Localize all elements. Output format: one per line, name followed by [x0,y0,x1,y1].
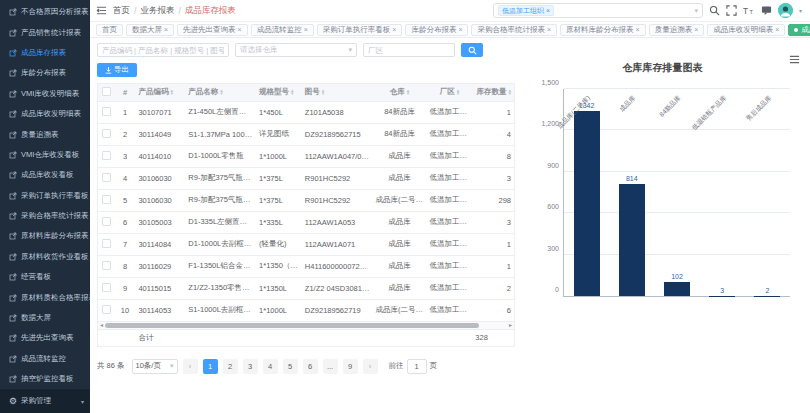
sidebar-item[interactable]: 不合格原因分析报表 [0,2,90,22]
page-number-button[interactable]: 5 [283,359,298,374]
row-checkbox[interactable] [102,173,111,182]
row-checkbox[interactable] [102,283,111,292]
user-avatar[interactable] [778,3,793,18]
select-all-checkbox[interactable] [102,87,111,96]
sort-icons[interactable]: ▴▾ [322,89,325,96]
close-tab-icon[interactable]: × [458,26,462,33]
page-number-button[interactable]: 9 [343,359,358,374]
page-ellipsis[interactable]: ... [323,359,338,374]
font-size-icon[interactable]: TT [743,5,755,16]
row-checkbox[interactable] [102,107,111,116]
bar-成品库[interactable] [619,184,645,296]
sidebar-section-purchase-management[interactable]: ⚙ 采购管理 ▾ [0,389,90,413]
sidebar-item[interactable]: 成品流转监控 [0,349,90,369]
sort-icons[interactable]: ▴▾ [407,89,410,96]
column-header[interactable]: 规格型号▴▾ [256,84,302,101]
column-header[interactable]: 图号▴▾ [302,84,373,101]
chart-menu-icon[interactable] [789,51,800,69]
column-header[interactable]: 厂区▴▾ [427,84,473,101]
scrollbar-track[interactable] [105,323,507,328]
close-tab-icon[interactable]: × [775,26,779,33]
next-page-button[interactable]: › [363,359,378,374]
sort-icons[interactable]: ▴▾ [220,89,223,96]
row-checkbox[interactable] [102,239,111,248]
sidebar-item[interactable]: 原材料库龄分布报表 [0,226,90,246]
sidebar-item[interactable]: 成品库收发看板 [0,165,90,185]
fullscreen-icon[interactable] [726,5,737,16]
page-number-button[interactable]: 3 [243,359,258,374]
tab-item[interactable]: 采购合格率统计报表× [471,24,557,36]
sidebar-item[interactable]: 抽空炉监控看板 [0,369,90,389]
search-icon[interactable] [709,5,720,16]
scroll-left-icon[interactable]: ◂ [100,322,103,328]
close-tab-icon[interactable]: × [636,26,640,33]
row-checkbox[interactable] [102,305,111,314]
row-checkbox[interactable] [102,195,111,204]
sort-icons[interactable]: ▴▾ [457,89,460,96]
area-input[interactable] [363,43,455,57]
bar-84新品库[interactable] [664,282,690,296]
sidebar-item[interactable]: 产品销售统计报表 [0,22,90,42]
keyword-input[interactable] [97,43,229,57]
sort-icons[interactable]: ▴▾ [291,89,294,96]
sidebar-item[interactable]: 先进先出查询表 [0,328,90,348]
message-icon[interactable] [761,5,772,16]
row-checkbox[interactable] [102,151,111,160]
tab-active[interactable]: 成品库存报表× [788,24,810,36]
close-tab-icon[interactable]: × [547,26,551,33]
page-number-button[interactable]: 1 [203,359,218,374]
breadcrumb-item[interactable]: 首页 [113,5,130,17]
close-tab-icon[interactable]: × [164,26,168,33]
sidebar-item[interactable]: 采购订单执行率看板 [0,186,90,206]
collapse-sidebar-icon[interactable] [96,5,107,16]
tab-item[interactable]: 成品流转监控× [251,24,314,36]
organization-select[interactable]: 低温加工组织 × ▾ [493,3,703,18]
horizontal-scrollbar[interactable]: ◂ ▸ [97,322,515,330]
tab-item[interactable]: 库龄分布报表× [405,24,468,36]
page-number-button[interactable]: 2 [223,359,238,374]
tab-item[interactable]: 原材料库龄分布报表× [560,24,646,36]
sort-icons[interactable]: ▴▾ [508,89,511,96]
sort-icons[interactable]: ▴▾ [170,89,173,96]
sidebar-item[interactable]: 原材料收货作业看板 [0,247,90,267]
close-tab-icon[interactable]: × [392,26,396,33]
column-header[interactable]: 产品编码▴▾ [135,84,185,101]
close-tab-icon[interactable]: × [238,26,242,33]
sidebar-item[interactable]: 数据大屏 [0,308,90,328]
scroll-right-icon[interactable]: ▸ [509,322,512,328]
sidebar-item[interactable]: 质量追溯表 [0,124,90,144]
sidebar-item[interactable]: 成品库收发明细表 [0,104,90,124]
page-number-button[interactable]: 6 [303,359,318,374]
column-header[interactable]: 库存数量▴▾ [472,84,514,101]
sidebar-item[interactable]: 采购合格率统计报表 [0,206,90,226]
sidebar-item[interactable]: 原材料质检合格率报表 [0,287,90,307]
tab-item[interactable]: 先进先出查询表× [177,24,248,36]
tab-item[interactable]: 采购订单执行率看板× [317,24,403,36]
row-checkbox[interactable] [102,217,111,226]
sidebar-item[interactable]: VMI库收发明细表 [0,84,90,104]
warehouse-select[interactable]: 请选择仓库 ▾ [235,43,357,57]
user-menu-caret-icon[interactable]: ▾ [799,7,802,14]
tab-item[interactable]: 数据大屏× [126,24,174,36]
column-header[interactable]: 产品名称▴▾ [185,84,256,101]
breadcrumb-item[interactable]: 成品库存报表 [185,5,236,17]
tab-item[interactable]: 首页 [96,24,123,36]
search-button[interactable] [461,43,483,57]
remove-tag-icon[interactable]: × [546,7,550,14]
tab-item[interactable]: 质量追溯表× [649,24,705,36]
page-number-button[interactable]: 4 [263,359,278,374]
close-tab-icon[interactable]: × [304,26,308,33]
prev-page-button[interactable]: ‹ [183,359,198,374]
sidebar-item[interactable]: 成品库存报表 [0,43,90,63]
sidebar-item[interactable]: 经营看板 [0,267,90,287]
export-button[interactable]: 导出 [97,63,137,77]
tab-item[interactable]: 成品库收发明细表× [707,24,785,36]
sidebar-item[interactable]: VMI仓库收发看板 [0,145,90,165]
scrollbar-thumb[interactable] [105,323,479,328]
row-checkbox[interactable] [102,129,111,138]
bar-成品库(二号库)[interactable] [574,111,600,296]
page-size-select[interactable]: 10条/页 ▾ [132,359,178,374]
column-header[interactable]: 仓库▴▾ [373,84,427,101]
goto-page-input[interactable] [407,359,427,374]
breadcrumb-item[interactable]: 业务报表 [140,5,174,17]
